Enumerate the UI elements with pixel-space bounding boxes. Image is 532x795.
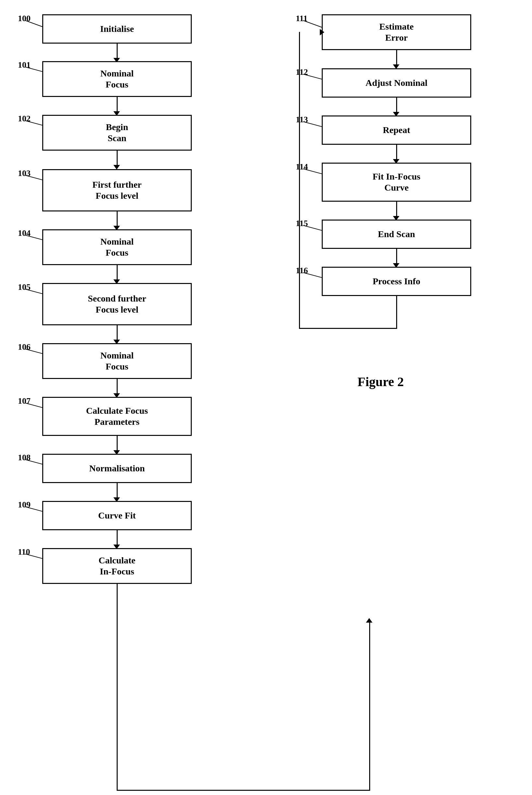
box-initialise: Initialise xyxy=(42,14,192,43)
box-end-scan: End Scan xyxy=(322,220,471,249)
connector-116-bottom xyxy=(396,296,397,328)
ref-116: 116 xyxy=(296,266,308,275)
ref-111: 111 xyxy=(296,14,307,23)
connector-103-104 xyxy=(117,212,118,228)
connector-115-116 xyxy=(396,249,397,265)
connector-bottom-h xyxy=(117,790,370,791)
ref-113: 113 xyxy=(296,115,308,125)
connector-107-108 xyxy=(117,436,118,452)
ref-110: 110 xyxy=(18,547,30,557)
ref-108: 108 xyxy=(18,453,31,463)
arrow-up-116 xyxy=(366,618,373,622)
ref-101: 101 xyxy=(18,60,31,70)
box-process-info: Process Info xyxy=(322,267,471,296)
connector-114-115 xyxy=(396,202,397,218)
connector-108-109 xyxy=(117,483,118,499)
box-fit-in-focus-curve: Fit In-Focus Curve xyxy=(322,163,471,202)
connector-100-101 xyxy=(117,43,118,60)
ref-112: 112 xyxy=(296,67,308,77)
ref-105: 105 xyxy=(18,282,31,292)
ref-104: 104 xyxy=(18,228,31,238)
box-adjust-nominal: Adjust Nominal xyxy=(322,68,471,97)
connector-110-right xyxy=(117,584,118,791)
box-second-further-focus: Second further Focus level xyxy=(42,283,192,325)
box-begin-scan: Begin Scan xyxy=(42,115,192,150)
ref-106: 106 xyxy=(18,342,31,352)
connector-104-105 xyxy=(117,265,118,282)
connector-111-112 xyxy=(396,50,397,66)
connector-113-114 xyxy=(396,145,397,161)
box-first-further-focus: First further Focus level xyxy=(42,169,192,212)
connector-109-110 xyxy=(117,530,118,546)
connector-loop-v xyxy=(299,32,300,328)
ref-109: 109 xyxy=(18,500,31,510)
connector-101-102 xyxy=(117,97,118,113)
connector-106-107 xyxy=(117,379,118,395)
ref-107: 107 xyxy=(18,396,31,406)
diagram-container: 100 Initialise 101 Nominal Focus 102 Beg… xyxy=(0,0,532,795)
box-nominal-focus-101: Nominal Focus xyxy=(42,61,192,97)
connector-right-up xyxy=(369,620,370,791)
connector-102-103 xyxy=(117,150,118,167)
box-nominal-focus-106: Nominal Focus xyxy=(42,343,192,379)
connector-112-113 xyxy=(396,97,397,114)
box-estimate-error: Estimate Error xyxy=(322,14,471,50)
ref-102: 102 xyxy=(18,114,31,124)
box-normalisation: Normalisation xyxy=(42,454,192,483)
ref-114: 114 xyxy=(296,162,308,172)
connector-105-106 xyxy=(117,325,118,342)
box-calculate-in-focus: Calculate In-Focus xyxy=(42,548,192,584)
ref-115: 115 xyxy=(296,219,308,228)
box-nominal-focus-104: Nominal Focus xyxy=(42,229,192,265)
figure-label: Figure 2 xyxy=(358,374,404,390)
box-repeat: Repeat xyxy=(322,115,471,145)
arrow-loop-right xyxy=(320,29,324,35)
box-calculate-focus-params: Calculate Focus Parameters xyxy=(42,397,192,436)
ref-103: 103 xyxy=(18,168,31,178)
arrow-102-103 xyxy=(113,165,120,169)
connector-loop-h xyxy=(299,328,397,329)
box-curve-fit: Curve Fit xyxy=(42,501,192,530)
